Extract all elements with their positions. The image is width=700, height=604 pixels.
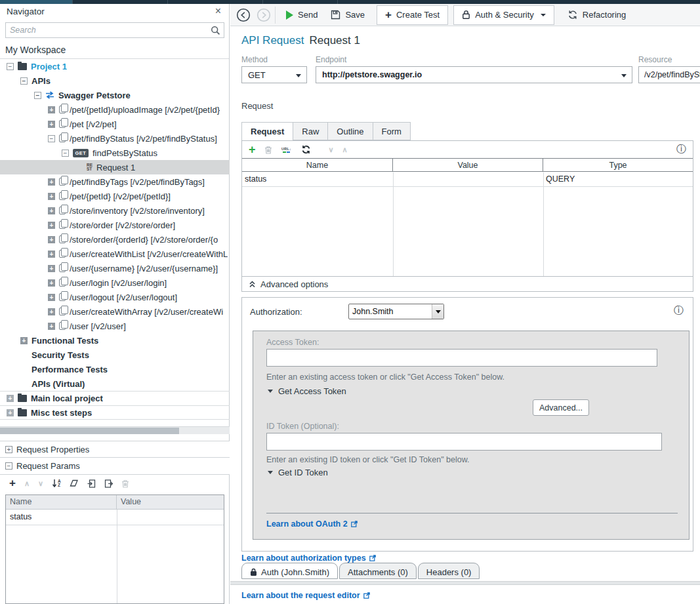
tree-item[interactable]: + /user/{username} [/v2/user/{username}]	[0, 261, 230, 275]
request-properties-header[interactable]: + Request Properties	[0, 441, 230, 458]
tree-expander-icon[interactable]: +	[48, 323, 55, 330]
export-icon[interactable]	[104, 479, 113, 488]
tab-auth[interactable]: Auth (John.Smith)	[241, 563, 338, 579]
tree-expander-icon[interactable]: −	[34, 92, 41, 99]
sort-icon[interactable]: AZ	[52, 479, 61, 488]
learn-oauth-link[interactable]: Learn about OAuth 2	[266, 519, 358, 529]
create-test-button[interactable]: + Create Test	[377, 5, 448, 25]
delete-param-icon[interactable]	[264, 146, 272, 154]
tree-item[interactable]: + /pet [/v2/pet]	[0, 117, 230, 131]
tree-item[interactable]: + /store/inventory [/v2/store/inventory]	[0, 203, 230, 218]
tree-expander-icon[interactable]	[20, 366, 28, 373]
move-up-icon[interactable]: ∧	[342, 146, 348, 154]
tree-expander-icon[interactable]: −	[48, 135, 55, 142]
tree-expander-icon[interactable]: +	[48, 251, 55, 258]
add-param-icon[interactable]: +	[249, 145, 256, 154]
resource-input[interactable]	[644, 67, 700, 83]
endpoint-combo[interactable]: http://petstore.swagger.io	[316, 66, 632, 83]
tree-expander-icon[interactable]	[75, 164, 83, 171]
tree-expander-icon[interactable]: +	[48, 279, 55, 287]
tree-item[interactable]: + /store/order/{orderId} [/v2/store/orde…	[0, 232, 230, 247]
tree-item[interactable]: Security Tests	[0, 348, 230, 362]
tab-raw[interactable]: Raw	[293, 122, 328, 140]
tab-request[interactable]: Request	[241, 122, 293, 141]
param-value-cell[interactable]	[117, 510, 224, 525]
table-row[interactable]: status QUERY	[242, 172, 693, 187]
authorization-select[interactable]: John.Smith	[348, 304, 444, 319]
tree-expander-icon[interactable]: +	[48, 308, 55, 315]
refresh-icon[interactable]	[301, 145, 311, 154]
learn-request-editor-link[interactable]: Learn about the request editor	[241, 591, 370, 600]
tree-item[interactable]: + /user/logout [/v2/user/logout]	[0, 290, 230, 304]
advanced-button[interactable]: Advanced...	[533, 399, 589, 416]
back-icon[interactable]	[236, 8, 251, 22]
tree-expander-icon[interactable]: +	[7, 409, 14, 416]
tree-expander-icon[interactable]: +	[48, 178, 55, 186]
auth-security-button[interactable]: Auth & Security	[453, 5, 554, 25]
send-button[interactable]: Send	[279, 10, 324, 20]
tree-expander-icon[interactable]: +	[48, 207, 55, 214]
access-token-input[interactable]	[267, 350, 657, 366]
get-id-token-toggle[interactable]: Get ID Token	[268, 468, 328, 477]
tree-item[interactable]: − Swagger Petstore	[0, 88, 230, 102]
param-value-cell[interactable]	[393, 172, 543, 186]
tree-expander-icon[interactable]: +	[48, 236, 55, 243]
learn-auth-types-link[interactable]: Learn about authorization types	[241, 554, 376, 563]
tree-item[interactable]: + /user/login [/v2/user/login]	[0, 275, 230, 290]
close-icon[interactable]: ×	[215, 5, 221, 17]
tree-item[interactable]: + /pet/findByTags [/v2/pet/findByTags]	[0, 174, 230, 189]
tree-expander-icon[interactable]: +	[48, 294, 55, 301]
move-down-icon[interactable]: ∨	[38, 479, 43, 488]
import-icon[interactable]	[87, 479, 96, 488]
tree-expander-icon[interactable]: +	[20, 337, 28, 344]
update-from-url-icon[interactable]: URL↓	[281, 147, 293, 153]
forward-icon[interactable]	[257, 8, 271, 22]
tree-item[interactable]: − APIs	[0, 73, 230, 88]
tree-expander-icon[interactable]: −	[20, 77, 28, 85]
move-down-icon[interactable]: ∨	[329, 146, 334, 154]
splitter-handle[interactable]	[230, 581, 700, 585]
expand-icon[interactable]: +	[5, 446, 12, 453]
tree-item[interactable]: Performance Tests	[0, 362, 230, 376]
table-row[interactable]: status	[6, 510, 224, 525]
add-param-icon[interactable]: +	[9, 479, 16, 488]
tree-item[interactable]: + /user/createWithList [/v2/user/createW…	[0, 247, 230, 261]
tab-outline[interactable]: Outline	[328, 122, 373, 140]
tree-item[interactable]: + /store/order [/v2/store/order]	[0, 218, 230, 232]
id-token-input[interactable]	[267, 433, 661, 450]
tree-item[interactable]: − GET findPetsByStatus	[0, 146, 230, 160]
tab-attachments[interactable]: Attachments (0)	[339, 563, 417, 579]
save-button[interactable]: Save	[324, 10, 371, 20]
tree-expander-icon[interactable]: +	[48, 193, 55, 200]
tree-item[interactable]: + Misc test steps	[0, 405, 230, 420]
tree-item[interactable]: + /pet/{petId}/uploadImage [/v2/pet/{pet…	[0, 102, 230, 117]
search-icon[interactable]	[211, 26, 220, 35]
tab-headers[interactable]: Headers (0)	[418, 563, 480, 579]
tree-expander-icon[interactable]: +	[48, 121, 55, 128]
tree-expander-icon[interactable]: +	[48, 222, 55, 229]
delete-icon[interactable]	[121, 479, 129, 488]
tree-item[interactable]: − /pet/findByStatus [/v2/pet/findByStatu…	[0, 131, 230, 146]
tree-item[interactable]: − Project 1	[0, 59, 230, 73]
tree-expander-icon[interactable]	[20, 352, 28, 359]
info-icon[interactable]: ⓘ	[676, 144, 686, 154]
tree-expander-icon[interactable]: −	[7, 63, 14, 70]
tab-form[interactable]: Form	[373, 122, 411, 140]
param-name-cell[interactable]: status	[6, 510, 117, 525]
refactoring-button[interactable]: Refactoring	[561, 10, 632, 20]
param-name-cell[interactable]: status	[242, 172, 393, 186]
get-access-token-toggle[interactable]: Get Access Token	[268, 386, 346, 396]
tree-item[interactable]: + /user/createWithArray [/v2/user/create…	[0, 304, 230, 319]
tree-expander-icon[interactable]: +	[48, 106, 55, 113]
navigator-horizontal-scrollbar[interactable]	[0, 426, 230, 434]
search-input[interactable]	[10, 23, 207, 37]
method-select[interactable]: GET	[241, 66, 307, 83]
tree-item[interactable]: + /pet/{petId} [/v2/pet/{petId}]	[0, 189, 230, 203]
move-up-icon[interactable]: ∧	[24, 479, 30, 488]
tree-expander-icon[interactable]: +	[48, 265, 55, 272]
tree-item[interactable]: APIs (Virtual)	[0, 376, 230, 391]
tree-item[interactable]: REST Request 1	[0, 160, 230, 174]
tree-expander-icon[interactable]	[20, 380, 28, 388]
tree-expander-icon[interactable]: −	[62, 150, 69, 157]
tree-item[interactable]: + Main local project	[0, 391, 230, 405]
